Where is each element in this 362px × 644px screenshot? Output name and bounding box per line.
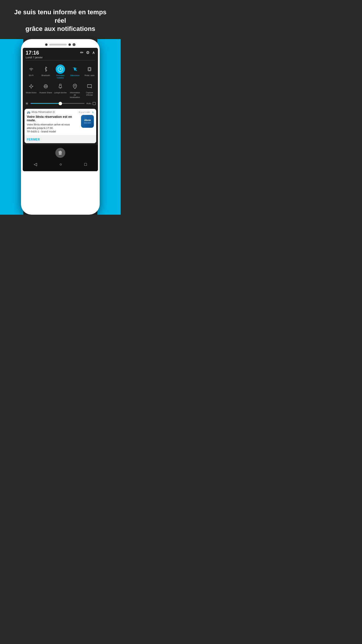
svg-point-13 [74, 85, 75, 86]
blue-panel-left [0, 39, 23, 215]
phone-hardware-top [23, 43, 98, 46]
time-block: 17:16 Lundi 7 janvier [26, 50, 43, 59]
brightness-auto: Auto. [86, 102, 96, 105]
toggle-screenshot[interactable]: Capture d'écran [83, 82, 96, 99]
notification-body: Votre ilévia réservation est en route. V… [24, 114, 96, 135]
auto-checkbox[interactable] [93, 102, 96, 105]
silent-label: Silencieux [70, 74, 80, 77]
recents-button[interactable]: □ [84, 162, 87, 167]
notif-logo: ilèvia réservation [81, 115, 94, 128]
notification-header: 🚌 ilévia Réservation D Il y a 1 min ∧ [24, 109, 96, 114]
notif-text-block: Votre ilévia réservation est en route. V… [27, 115, 79, 133]
notif-app-name: ilévia Réservation D [31, 111, 78, 113]
toggle-huawei-share[interactable]: Huawei Share [39, 82, 52, 99]
brightness-row: ☀ Auto. [23, 99, 98, 108]
brightness-icon: ☀ [25, 101, 29, 106]
date-display: Lundi 7 janvier [26, 56, 43, 59]
back-button[interactable]: ◁ [34, 162, 37, 167]
flashlight-label: Lampe-torche [54, 92, 66, 94]
edit-icon[interactable]: ✏ [80, 50, 84, 55]
wifi-icon [27, 64, 36, 74]
collapse-icon[interactable]: ∧ [92, 50, 95, 55]
svg-rect-11 [59, 84, 61, 85]
toggle-silent[interactable]: Silencieux [68, 64, 81, 79]
toggle-wifi[interactable]: Wi-Fi [25, 64, 38, 79]
mobile-data-icon [56, 64, 65, 74]
toggles-row-2: Mode Avion Huawei Share [23, 80, 98, 99]
airplane-label: Mode Avion [26, 92, 36, 94]
notification-card[interactable]: 🚌 ilévia Réservation D Il y a 1 min ∧ Vo… [24, 109, 96, 143]
screenshot-label: Capture d'écran [83, 92, 96, 97]
svg-rect-14 [87, 85, 92, 88]
toggle-airplane[interactable]: Mode Avion [25, 82, 38, 99]
home-button[interactable]: ○ [59, 162, 62, 167]
clock: 17:16 [26, 50, 43, 55]
headline: Je suis tenu informé en temps réel grâce… [9, 8, 112, 33]
airplane-icon [27, 82, 36, 91]
notif-app-icon: 🚌 [27, 111, 30, 114]
huawei-share-icon [41, 82, 50, 91]
hardware-dot-left [45, 43, 48, 46]
hardware-dot-right [68, 43, 71, 46]
notif-message: Votre ilévia réservation arrive et vous … [27, 123, 79, 133]
notif-title: Votre ilévia réservation est en route. [27, 115, 79, 122]
rotation-icon [85, 64, 94, 74]
notif-fermer-button[interactable]: FERMER [27, 138, 40, 141]
phone-wrapper: 17:16 Lundi 7 janvier ✏ ⚙ ∧ [0, 39, 121, 215]
toggle-bluetooth[interactable]: Bluetooth [39, 64, 52, 79]
silent-icon [70, 64, 80, 74]
blue-panel-right [97, 39, 121, 215]
settings-icon[interactable]: ⚙ [86, 50, 90, 55]
screenshot-icon [85, 82, 94, 91]
delete-notification-button[interactable]: 🗑 [55, 148, 65, 158]
phone-lower: 🗑 ◁ ○ □ [23, 145, 98, 171]
toggle-flashlight[interactable]: Lampe-torche [54, 82, 67, 99]
divider [26, 60, 95, 60]
phone-screen: 17:16 Lundi 7 janvier ✏ ⚙ ∧ [23, 48, 98, 171]
phone-frame: 17:16 Lundi 7 janvier ✏ ⚙ ∧ [21, 39, 100, 215]
notif-expand-icon[interactable]: ∧ [92, 111, 94, 114]
svg-rect-6 [89, 68, 90, 70]
status-bar: 17:16 Lundi 7 janvier ✏ ⚙ ∧ [23, 48, 98, 63]
toggle-location[interactable]: Information de localisation [68, 82, 81, 99]
bluetooth-icon [41, 64, 50, 74]
rotation-label: Rotat. auto [85, 74, 94, 77]
brightness-slider[interactable] [31, 103, 85, 104]
brightness-thumb[interactable] [59, 102, 62, 105]
notification-action-bar: FERMER [24, 135, 96, 143]
bluetooth-label: Bluetooth [41, 74, 50, 77]
svg-point-4 [60, 69, 61, 69]
front-camera [73, 43, 75, 46]
notif-logo-text: ilèvia [84, 119, 91, 122]
location-icon [70, 82, 80, 91]
svg-rect-12 [60, 88, 61, 88]
notif-logo-sub: réservation [84, 122, 91, 124]
nav-bar: ◁ ○ □ [23, 161, 98, 168]
wifi-label: Wi-Fi [29, 74, 34, 77]
svg-point-7 [89, 70, 90, 71]
notif-time: Il y a 1 min [79, 111, 90, 113]
speaker-grille [49, 44, 67, 46]
status-icons: ✏ ⚙ ∧ [80, 50, 95, 55]
toggle-rotation[interactable]: Rotat. auto [83, 64, 96, 79]
flashlight-icon [56, 82, 65, 91]
svg-point-0 [31, 70, 31, 71]
mobile-data-label: Données mobiles [54, 74, 67, 79]
top-section: Je suis tenu informé en temps réel grâce… [0, 0, 121, 39]
brightness-fill [31, 103, 60, 104]
toggle-mobile-data[interactable]: Données mobiles [54, 64, 67, 79]
location-label: Information de localisation [68, 92, 81, 99]
huawei-share-label: Huawei Share [39, 92, 52, 94]
toggles-row-1: Wi-Fi Bluetooth [23, 63, 98, 80]
